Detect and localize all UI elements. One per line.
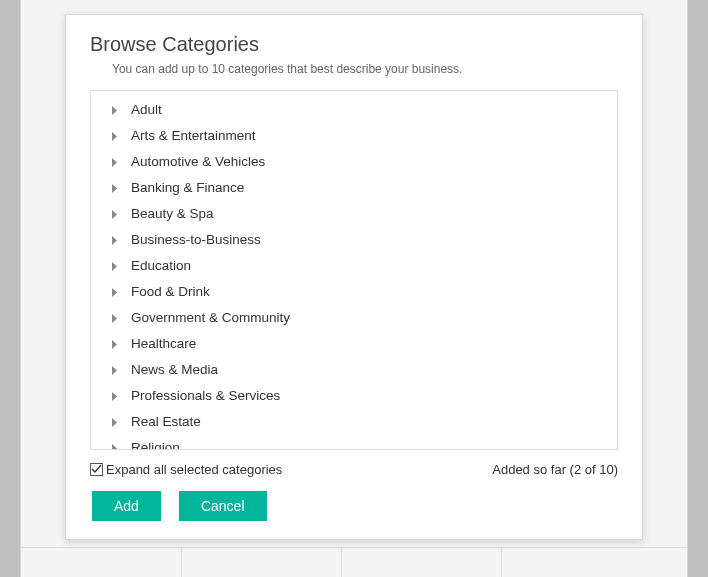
caret-right-icon <box>109 210 119 219</box>
category-label: News & Media <box>131 359 218 381</box>
category-label: Professionals & Services <box>131 385 280 407</box>
expand-selected-toggle[interactable]: Expand all selected categories <box>90 462 282 477</box>
caret-right-icon <box>109 262 119 271</box>
caret-right-icon <box>109 366 119 375</box>
caret-right-icon <box>109 340 119 349</box>
category-item[interactable]: Food & Drink <box>91 279 617 305</box>
modal-subtitle: You can add up to 10 categories that bes… <box>112 62 618 76</box>
caret-right-icon <box>109 236 119 245</box>
category-item[interactable]: Healthcare <box>91 331 617 357</box>
category-label: Banking & Finance <box>131 177 244 199</box>
category-label: Education <box>131 255 191 277</box>
category-label: Real Estate <box>131 411 201 433</box>
category-item[interactable]: Arts & Entertainment <box>91 123 617 149</box>
category-item[interactable]: Government & Community <box>91 305 617 331</box>
caret-right-icon <box>109 392 119 401</box>
modal-footer-row: Expand all selected categories Added so … <box>90 462 618 477</box>
checkbox-icon <box>90 463 103 476</box>
caret-right-icon <box>109 444 119 451</box>
category-item[interactable]: Religion <box>91 435 617 450</box>
category-label: Arts & Entertainment <box>131 125 256 147</box>
category-item[interactable]: Education <box>91 253 617 279</box>
category-label: Government & Community <box>131 307 290 329</box>
browse-categories-modal: Browse Categories You can add up to 10 c… <box>65 14 643 540</box>
caret-right-icon <box>109 184 119 193</box>
modal-title: Browse Categories <box>90 33 618 56</box>
caret-right-icon <box>109 132 119 141</box>
add-button[interactable]: Add <box>92 491 161 521</box>
button-row: Add Cancel <box>92 491 618 521</box>
expand-selected-label: Expand all selected categories <box>106 462 282 477</box>
caret-right-icon <box>109 314 119 323</box>
category-label: Food & Drink <box>131 281 210 303</box>
category-label: Religion <box>131 437 180 450</box>
category-item[interactable]: Adult <box>91 97 617 123</box>
category-item[interactable]: Professionals & Services <box>91 383 617 409</box>
category-item[interactable]: Real Estate <box>91 409 617 435</box>
caret-right-icon <box>109 106 119 115</box>
caret-right-icon <box>109 418 119 427</box>
category-label: Business-to-Business <box>131 229 261 251</box>
caret-right-icon <box>109 288 119 297</box>
category-item[interactable]: News & Media <box>91 357 617 383</box>
category-label: Automotive & Vehicles <box>131 151 265 173</box>
category-item[interactable]: Automotive & Vehicles <box>91 149 617 175</box>
added-so-far-label: Added so far (2 of 10) <box>492 462 618 477</box>
category-item[interactable]: Business-to-Business <box>91 227 617 253</box>
category-label: Healthcare <box>131 333 196 355</box>
category-item[interactable]: Beauty & Spa <box>91 201 617 227</box>
cancel-button[interactable]: Cancel <box>179 491 267 521</box>
caret-right-icon <box>109 158 119 167</box>
category-label: Adult <box>131 99 162 121</box>
category-item[interactable]: Banking & Finance <box>91 175 617 201</box>
categories-listbox[interactable]: AdultArts & EntertainmentAutomotive & Ve… <box>90 90 618 450</box>
category-label: Beauty & Spa <box>131 203 214 225</box>
